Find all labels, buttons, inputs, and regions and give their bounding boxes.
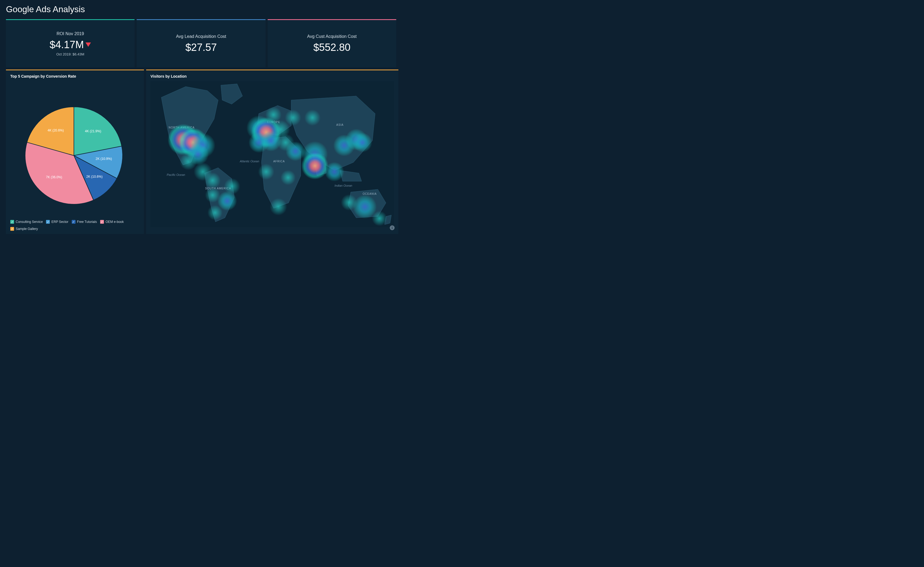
ocean-label: Atlantic Ocean [239, 160, 259, 163]
continent-label: AFRICA [273, 160, 285, 163]
legend-swatch-icon: ✓ [10, 227, 14, 231]
kpi-card-cust: Avg Cust Acquisition Cost $552.80 [268, 19, 396, 68]
legend-label: ERP Sector [51, 220, 68, 224]
heat-spot [341, 194, 357, 210]
heat-spot [224, 178, 240, 195]
continent-label: ASIA [337, 123, 344, 126]
heat-spot [180, 153, 197, 170]
heat-spot [372, 211, 387, 226]
kpi-roi-sub: Oct 2019: $6.43M [56, 52, 84, 56]
kpi-row: ROI Nov 2019 $4.17M Oct 2019: $6.43M Avg… [6, 19, 396, 68]
kpi-card-lead: Avg Lead Acquisition Cost $27.57 [137, 19, 265, 68]
legend-swatch-icon: ✓ [100, 220, 104, 224]
heat-spot [270, 198, 287, 215]
kpi-roi-value-text: $4.17M [50, 39, 84, 51]
pie-panel: Top 5 Campaign by Conversion Rate 4K (21… [6, 69, 144, 234]
pie-slice-label: 4K (20.6%) [48, 129, 64, 132]
heat-spot [285, 110, 301, 126]
heat-spot [302, 152, 329, 179]
kpi-roi-label: ROI Nov 2019 [57, 32, 84, 36]
heat-spot [353, 133, 372, 152]
legend-swatch-icon: ✓ [10, 220, 14, 224]
legend-swatch-icon: ✓ [72, 220, 75, 224]
legend-label: Free Tutorials [77, 220, 97, 224]
pie-panel-title: Top 5 Campaign by Conversion Rate [10, 74, 140, 78]
heat-spot [281, 170, 296, 185]
legend-label: OEM e-book [105, 220, 124, 224]
kpi-cust-value: $552.80 [313, 42, 350, 53]
heat-spot [286, 141, 305, 161]
pie-legend: ✓Consulting Service✓ERP Sector✓Free Tuto… [10, 220, 144, 231]
kpi-card-roi: ROI Nov 2019 $4.17M Oct 2019: $6.43M [6, 19, 135, 68]
legend-item[interactable]: ✓Free Tutorials [72, 220, 97, 224]
kpi-roi-value: $4.17M [50, 39, 91, 51]
legend-item[interactable]: ✓Consulting Service [10, 220, 43, 224]
page-title: Google Ads Analysis [6, 4, 396, 14]
legend-label: Consulting Service [16, 220, 43, 224]
kpi-lead-value: $27.57 [185, 42, 217, 53]
trend-down-icon [86, 42, 91, 47]
heat-spot [325, 162, 344, 182]
ocean-label: Indian Ocean [335, 184, 352, 187]
pie-slice-label: 2K (10.9%) [96, 157, 112, 160]
legend-item[interactable]: ✓Sample Gallery [10, 227, 38, 231]
map-panel: Visitors by Location NORTH AMERICASOUTH … [146, 69, 398, 234]
visitors-map[interactable]: NORTH AMERICASOUTH AMERICAEUROPEAFRICAAS… [150, 81, 394, 227]
legend-item[interactable]: ✓ERP Sector [46, 220, 68, 224]
info-icon[interactable]: i [390, 225, 395, 230]
continent-label: OCEANIA [363, 192, 377, 195]
heat-spot [258, 164, 275, 180]
kpi-lead-label: Avg Lead Acquisition Cost [176, 34, 226, 39]
pie-slice-label: 4K (21.9%) [85, 129, 101, 133]
legend-item[interactable]: ✓OEM e-book [100, 220, 124, 224]
legend-swatch-icon: ✓ [46, 220, 50, 224]
map-panel-title: Visitors by Location [150, 74, 394, 78]
ocean-label: Pacific Ocean [167, 173, 185, 176]
heat-spot [204, 172, 221, 189]
heat-spot [305, 110, 321, 126]
charts-row: Top 5 Campaign by Conversion Rate 4K (21… [6, 69, 396, 234]
pie-slice-label: 7K (36.0%) [46, 175, 62, 179]
pie-slice-label: 2K (10.6%) [86, 175, 102, 178]
legend-label: Sample Gallery [16, 227, 38, 231]
kpi-cust-label: Avg Cust Acquisition Cost [307, 34, 357, 39]
pie-chart: 4K (21.9%)2K (10.9%)2K (10.6%)7K (36.0%)… [10, 81, 140, 222]
